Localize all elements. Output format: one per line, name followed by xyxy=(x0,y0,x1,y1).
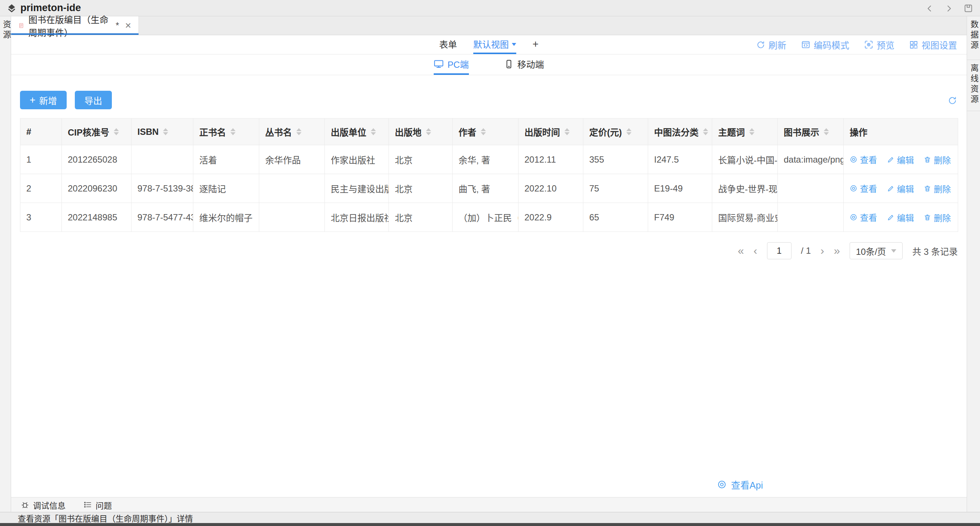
row-delete-link[interactable]: 删除 xyxy=(924,153,951,166)
problems-tab[interactable]: 问题 xyxy=(83,499,112,511)
title-bar: primeton-ide xyxy=(0,0,980,16)
add-view-button[interactable]: + xyxy=(533,35,539,54)
debug-info-tab[interactable]: 调试信息 xyxy=(21,499,65,511)
row-view-link[interactable]: 查看 xyxy=(850,182,877,194)
code-window-icon xyxy=(801,40,810,49)
col-header-actions: 操作 xyxy=(844,118,958,145)
col-header-series: 丛书名 xyxy=(259,118,325,145)
save-button[interactable] xyxy=(963,3,973,13)
app-title: primeton-ide xyxy=(21,2,81,14)
trash-icon xyxy=(924,185,931,192)
grid-icon xyxy=(909,40,918,49)
add-button[interactable]: + 新增 xyxy=(20,91,67,109)
right-sidebar: 数据源 离线资源 xyxy=(967,16,980,512)
sort-icon[interactable] xyxy=(114,128,119,135)
list-icon xyxy=(83,500,92,509)
books-table: # CIP核准号 ISBN 正书名 丛书名 出版单位 出版地 作者 出版时间 定… xyxy=(20,118,958,232)
page-size-select[interactable]: 10条/页 xyxy=(850,242,903,259)
view-tab-row: 表单 默认视图 + 刷新 xyxy=(11,35,967,54)
total-records-label: 共 3 条记录 xyxy=(912,244,958,257)
table-row: 3 2022148985 978-7-5477-4378 维米尔的帽子 北京日报… xyxy=(21,203,958,232)
sort-icon[interactable] xyxy=(371,128,376,135)
tab-pc[interactable]: PC端 xyxy=(434,54,469,75)
document-icon xyxy=(19,21,24,30)
col-header-index: # xyxy=(21,118,62,145)
sidebar-tab-datasource[interactable]: 数据源 xyxy=(968,16,980,60)
chevron-right-icon xyxy=(944,4,954,13)
col-header-subject: 主题词 xyxy=(712,118,778,145)
col-header-cover: 图书展示 xyxy=(778,118,844,145)
close-tab-icon[interactable]: × xyxy=(125,21,131,31)
sidebar-tab-resources[interactable]: 资源 xyxy=(0,16,12,46)
sort-icon[interactable] xyxy=(703,128,708,135)
next-page-button[interactable]: › xyxy=(820,245,824,256)
table-header-row: # CIP核准号 ISBN 正书名 丛书名 出版单位 出版地 作者 出版时间 定… xyxy=(21,118,958,145)
table-row: 2 2022096230 978-7-5139-3866 逐陆记 民主与建设出版… xyxy=(21,174,958,203)
active-tab-underline xyxy=(11,33,138,35)
sort-icon[interactable] xyxy=(426,128,431,135)
row-edit-link[interactable]: 编辑 xyxy=(887,182,914,195)
first-page-button[interactable]: « xyxy=(738,245,744,256)
sort-icon[interactable] xyxy=(163,128,168,135)
refresh-button[interactable]: 刷新 xyxy=(756,38,786,51)
pencil-icon xyxy=(887,214,894,221)
trash-icon xyxy=(924,214,931,221)
page-number-input[interactable] xyxy=(767,242,791,259)
code-mode-button[interactable]: 编码模式 xyxy=(801,38,849,51)
tab-default-view[interactable]: 默认视图 xyxy=(473,35,516,54)
col-header-isbn: ISBN xyxy=(132,118,193,145)
chevron-down-icon xyxy=(891,249,896,253)
device-tab-row: PC端 移动端 xyxy=(11,54,967,75)
monitor-icon xyxy=(434,59,444,69)
table-actions-bar: + 新增 导出 xyxy=(20,91,958,109)
row-delete-link[interactable]: 删除 xyxy=(924,182,951,195)
status-bar: 查看资源「图书在版编目（生命周期事件）」详情 xyxy=(0,512,980,523)
sort-icon[interactable] xyxy=(626,128,632,135)
row-delete-link[interactable]: 删除 xyxy=(924,211,951,224)
eye-icon xyxy=(717,480,727,489)
editor-content: 表单 默认视图 + 刷新 xyxy=(11,35,967,497)
prev-page-button[interactable]: ‹ xyxy=(754,245,757,256)
sort-icon[interactable] xyxy=(231,128,235,135)
nav-back-button[interactable] xyxy=(925,3,934,13)
sort-icon[interactable] xyxy=(296,128,301,135)
table-refresh-button[interactable] xyxy=(948,95,957,105)
col-header-price: 定价(元) xyxy=(583,118,648,145)
eye-icon xyxy=(850,185,858,192)
col-header-title: 正书名 xyxy=(193,118,259,145)
eye-icon xyxy=(850,214,858,221)
tab-form[interactable]: 表单 xyxy=(439,35,457,54)
row-edit-link[interactable]: 编辑 xyxy=(887,153,914,166)
col-header-place: 出版地 xyxy=(389,118,453,145)
preview-eye-icon xyxy=(864,40,873,49)
unsaved-marker: * xyxy=(116,21,119,31)
preview-button[interactable]: 预览 xyxy=(864,38,894,51)
sort-icon[interactable] xyxy=(565,128,570,135)
export-button[interactable]: 导出 xyxy=(75,91,112,109)
row-view-link[interactable]: 查看 xyxy=(850,211,877,223)
sort-icon[interactable] xyxy=(481,128,486,135)
row-edit-link[interactable]: 编辑 xyxy=(887,211,914,224)
sort-icon[interactable] xyxy=(824,128,829,135)
nav-forward-button[interactable] xyxy=(944,3,954,13)
col-header-cip: CIP核准号 xyxy=(62,118,132,145)
refresh-icon xyxy=(948,96,957,105)
sort-icon[interactable] xyxy=(749,128,754,135)
editor-tab-book-cip[interactable]: 图书在版编目（生命周期事件） * × xyxy=(11,16,139,35)
tab-mobile[interactable]: 移动端 xyxy=(504,54,544,75)
eye-icon xyxy=(850,156,858,163)
chevron-left-icon xyxy=(925,4,934,13)
refresh-icon xyxy=(756,40,765,49)
col-header-publisher: 出版单位 xyxy=(325,118,389,145)
col-header-clc: 中图法分类 xyxy=(648,118,712,145)
pencil-icon xyxy=(887,185,894,192)
view-api-link[interactable]: 查看Api xyxy=(717,478,763,491)
sidebar-tab-offline-resources[interactable]: 离线资源 xyxy=(968,60,980,111)
view-settings-button[interactable]: 视图设置 xyxy=(909,38,957,51)
last-page-button[interactable]: » xyxy=(834,245,840,256)
table-row: 1 2012265028 活着 余华作品 作家出版社 北京 余华, 著 2012… xyxy=(21,145,958,174)
editor-tab-strip: 图书在版编目（生命周期事件） * × xyxy=(11,16,967,35)
trash-icon xyxy=(924,156,931,163)
row-view-link[interactable]: 查看 xyxy=(850,153,877,166)
chevron-down-icon xyxy=(512,43,516,46)
